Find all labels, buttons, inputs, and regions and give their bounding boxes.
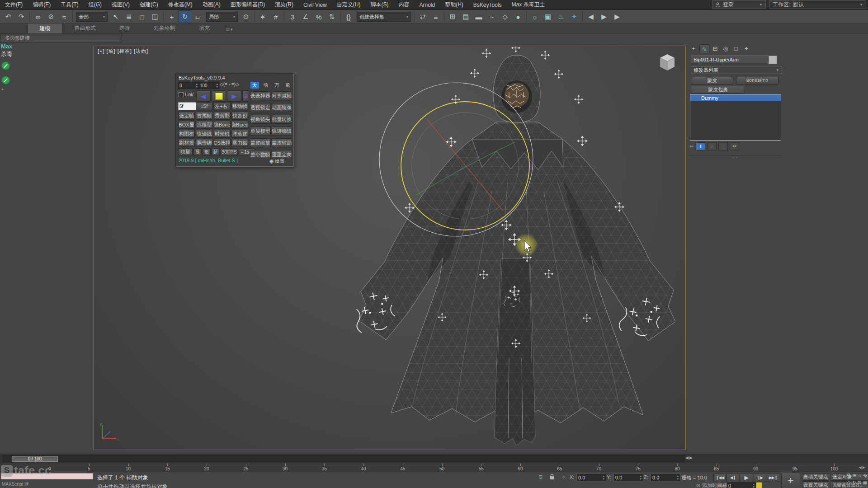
bsk-button[interactable]: 剔材质 bbox=[178, 139, 195, 147]
use-pivot-point-center-icon[interactable]: ⊙ bbox=[240, 10, 252, 23]
bsk-button[interactable]: 洋葱皮 bbox=[231, 130, 248, 138]
time-slider-handle[interactable]: 0 / 100 bbox=[12, 456, 58, 462]
display-tab[interactable]: □ bbox=[731, 44, 741, 52]
bsk-button[interactable]: 构图框 bbox=[178, 130, 195, 138]
previous-frame-button[interactable]: ◀❙ bbox=[726, 473, 739, 482]
antivirus-scan-icon[interactable] bbox=[1, 76, 10, 84]
modifier-list-dropdown[interactable]: 修改器列表▼ bbox=[691, 66, 782, 74]
configure-modifier-sets-icon[interactable]: ☷ bbox=[730, 142, 739, 150]
edit-named-selection-sets-icon[interactable]: {} bbox=[342, 10, 355, 23]
mirror-icon[interactable]: ⇄ bbox=[416, 10, 429, 23]
bsk-tab-天[interactable]: 天 bbox=[250, 82, 259, 89]
scene-explorer-icon[interactable]: ⊞ bbox=[446, 10, 459, 23]
ribbon-tab-0[interactable]: 建模 bbox=[27, 23, 62, 33]
maxscript-listener-label[interactable]: MAXScript 迷 bbox=[2, 481, 29, 488]
bsk-button[interactable]: 蒙皮辅助 bbox=[272, 138, 292, 147]
workspace-selector[interactable]: 工作区: 默认 ▼ bbox=[769, 0, 866, 9]
link-toggle[interactable]: Link' bbox=[179, 92, 194, 97]
modify-tab[interactable]: ∿ bbox=[699, 44, 709, 53]
undo-icon[interactable]: ↶ bbox=[2, 10, 14, 23]
menu-item-16[interactable]: BsKeyTools bbox=[468, 0, 507, 9]
skin-button[interactable]: 蒙皮 bbox=[691, 77, 733, 84]
bsk-button[interactable]: 透视锁定 bbox=[250, 103, 271, 112]
current-frame-field[interactable]: 0▴▾ bbox=[726, 482, 756, 488]
key-mode-toggle-icon[interactable] bbox=[756, 482, 762, 488]
bsk-tab-象[interactable]: 象 bbox=[284, 82, 292, 89]
ruler-scroll-arrows[interactable]: ◀ ▶ bbox=[859, 465, 865, 469]
align-icon[interactable]: ≡ bbox=[429, 10, 442, 23]
menu-item-15[interactable]: 帮助(H) bbox=[440, 0, 468, 9]
frame-step-input[interactable]: 5f bbox=[178, 102, 197, 110]
bsk-button[interactable]: 轨迹线 bbox=[196, 130, 212, 138]
select-and-link-icon[interactable]: ∞ bbox=[32, 10, 44, 23]
bind-to-space-warp-icon[interactable]: ≈ bbox=[58, 10, 71, 23]
make-unique-icon[interactable]: ≋ bbox=[707, 142, 717, 150]
y-coordinate-field[interactable]: 0.0▴▾ bbox=[613, 474, 643, 481]
bsk-button[interactable]: 暴力贴 bbox=[231, 139, 248, 147]
auto-key-button[interactable]: 自动关键点 bbox=[802, 473, 829, 481]
bsk-button[interactable]: 选定帧 bbox=[178, 112, 195, 120]
antivirus-collapse-icon[interactable]: ▸ bbox=[2, 87, 4, 91]
remove-modifier-icon[interactable]: ▯ bbox=[718, 142, 728, 150]
window-crossing-icon[interactable]: ◫ bbox=[149, 10, 161, 23]
key-indicator-button[interactable] bbox=[212, 90, 226, 102]
selection-lock-icon[interactable] bbox=[549, 474, 555, 480]
angle-snap-icon[interactable]: ∠ bbox=[299, 10, 312, 23]
select-and-move-icon[interactable]: + bbox=[165, 10, 178, 23]
time-slider[interactable]: 0 / 100 ◀▶ bbox=[0, 454, 868, 463]
set-key-big-button[interactable]: + bbox=[781, 473, 800, 488]
render-setup-icon[interactable]: ☼ bbox=[528, 10, 541, 23]
spiral-tool-icon[interactable]: ◎ bbox=[242, 90, 249, 102]
select-and-rotate-icon[interactable]: ↻ bbox=[179, 10, 191, 23]
selection-filter-dropdown[interactable]: 全部▾ bbox=[76, 12, 108, 22]
dolly-icon[interactable]: ⇅ bbox=[857, 479, 862, 485]
select-and-scale-icon[interactable]: ▱ bbox=[192, 10, 204, 23]
schematic-view-icon[interactable]: ◇ bbox=[499, 10, 511, 23]
bsk-button[interactable]: 蒙皮缩放 bbox=[250, 138, 271, 147]
menu-item-5[interactable]: 创建(C) bbox=[135, 0, 163, 9]
select-object-icon[interactable]: ↖ bbox=[109, 10, 122, 23]
range-end-field[interactable]: 100▴▾ bbox=[198, 82, 219, 89]
select-by-name-icon[interactable]: ≣ bbox=[123, 10, 135, 23]
bsk-button[interactable]: 首尾帧 bbox=[196, 112, 212, 120]
x-coordinate-field[interactable]: 0.0▴▾ bbox=[576, 474, 606, 481]
menu-item-12[interactable]: 脚本(S) bbox=[365, 0, 393, 9]
utilities-tab[interactable]: ✦ bbox=[742, 44, 751, 52]
menu-item-3[interactable]: 组(G) bbox=[84, 0, 107, 9]
material-editor-icon[interactable]: ● bbox=[512, 10, 524, 23]
spinner-snap-icon[interactable]: ⇅ bbox=[326, 10, 338, 23]
bskeytools-panel[interactable]: BsKeyTools_v0.9.9.4 0▴▾ 100▴▾ ◇(= - =)◇ … bbox=[176, 74, 294, 167]
bsk-button[interactable]: ±5f bbox=[196, 102, 212, 110]
bsk-tab-动[interactable]: 动 bbox=[262, 82, 270, 89]
next-frame-icon[interactable]: ▶ bbox=[689, 455, 693, 460]
state-sets-icon[interactable]: ◀ bbox=[585, 10, 597, 23]
login-button[interactable]: 登录 ▼ bbox=[712, 0, 766, 9]
ribbon-tab-2[interactable]: 选择 bbox=[108, 23, 142, 33]
snaps-toggle-icon[interactable]: 3 bbox=[286, 10, 299, 23]
z-coordinate-field[interactable]: 0.0▴▾ bbox=[651, 474, 680, 481]
maximize-viewport-icon[interactable]: ▦ bbox=[863, 479, 868, 485]
bsk-button[interactable]: 隐Bone bbox=[214, 121, 231, 129]
time-slider-track[interactable]: 0 / 100 bbox=[3, 455, 684, 462]
link-checkbox[interactable] bbox=[179, 92, 184, 97]
prev-key-button[interactable]: ◀ bbox=[196, 90, 211, 102]
bsk-button[interactable]: 时光机 bbox=[214, 130, 231, 138]
ribbon-tab-1[interactable]: 自由形式 bbox=[62, 23, 108, 33]
bsk-button[interactable]: BOX显 bbox=[178, 121, 195, 129]
bsk-mini-button[interactable]: 延 bbox=[212, 148, 220, 155]
menu-item-14[interactable]: Arnold bbox=[414, 0, 440, 9]
zoom-icon[interactable] bbox=[846, 473, 851, 478]
zoom-extents-icon[interactable]: ⌂ bbox=[857, 473, 862, 478]
menu-item-6[interactable]: 修改器(M) bbox=[163, 0, 198, 9]
menu-item-1[interactable]: 编辑(E) bbox=[28, 0, 56, 9]
rendered-frame-window-icon[interactable]: ▣ bbox=[542, 10, 554, 23]
antivirus-shield-icon[interactable] bbox=[1, 61, 10, 70]
bsk-mini-button[interactable]: 独显 bbox=[178, 148, 193, 155]
rectangular-selection-region-icon[interactable]: □ bbox=[136, 10, 148, 23]
bsk-button[interactable]: 隐Biped bbox=[231, 121, 248, 129]
isolate-selection-icon[interactable]: ⊡ bbox=[538, 474, 543, 479]
zoom-all-icon[interactable]: ⊕ bbox=[852, 473, 857, 478]
stack-item-Dummy[interactable]: Dummy bbox=[690, 94, 781, 101]
object-color-swatch[interactable] bbox=[769, 56, 777, 64]
bsk-button[interactable]: 移动帧 bbox=[231, 102, 248, 110]
